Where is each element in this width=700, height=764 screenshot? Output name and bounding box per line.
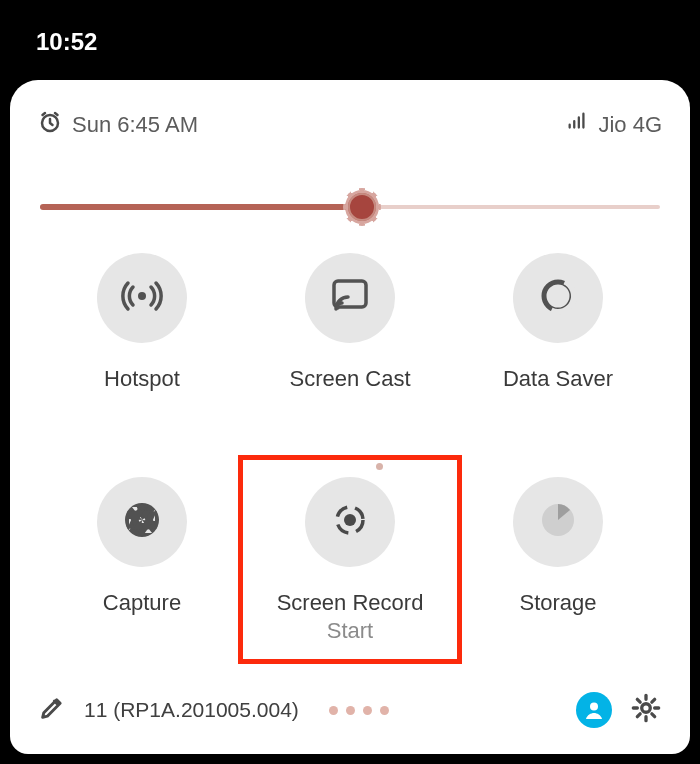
record-icon <box>328 498 372 546</box>
cast-icon <box>328 274 372 322</box>
pager-dot <box>329 706 338 715</box>
tile-hotspot[interactable]: Hotspot <box>38 253 246 393</box>
tile-circle[interactable] <box>305 253 395 343</box>
tiles-grid: HotspotScreen CastData SaverCaptureScree… <box>38 253 662 644</box>
user-avatar-button[interactable] <box>576 692 612 728</box>
camera-shutter-icon <box>120 498 164 546</box>
tile-screen-record[interactable]: Screen RecordStart <box>246 477 454 645</box>
tile-indicator-dot <box>376 463 383 470</box>
carrier-text: Jio 4G <box>598 112 662 138</box>
brightness-slider[interactable] <box>40 186 660 197</box>
tile-label: Data Saver <box>503 365 613 393</box>
pager-dot <box>346 706 355 715</box>
tile-circle[interactable] <box>513 477 603 567</box>
svg-point-1 <box>590 703 598 711</box>
device-clock: 10:52 <box>36 28 97 56</box>
brightness-icon <box>345 190 379 224</box>
tile-data-saver[interactable]: Data Saver <box>454 253 662 393</box>
alarm-icon <box>38 110 62 140</box>
storage-pie-icon <box>536 498 580 546</box>
footer-bar: 11 (RP1A.201005.004) <box>38 692 662 728</box>
tile-label: Hotspot <box>104 365 180 393</box>
slider-knob[interactable] <box>345 190 379 224</box>
quick-settings-panel: Sun 6:45 AM Jio 4G HotspotScreen CastDat… <box>10 80 690 754</box>
tile-label: Screen Record <box>277 589 424 617</box>
carrier-status: Jio 4G <box>566 111 662 139</box>
tile-label: Capture <box>103 589 181 617</box>
alarm-time-text: Sun 6:45 AM <box>72 112 198 138</box>
data-saver-icon <box>536 274 580 322</box>
settings-button[interactable] <box>630 692 662 728</box>
tile-circle[interactable] <box>97 477 187 567</box>
tile-label: Screen Cast <box>289 365 410 393</box>
pager-dots[interactable] <box>329 706 389 715</box>
svg-point-2 <box>642 704 651 713</box>
tile-sublabel: Start <box>327 618 373 644</box>
tile-capture[interactable]: Capture <box>38 477 246 645</box>
tile-circle[interactable] <box>513 253 603 343</box>
edit-button[interactable] <box>38 694 66 726</box>
pager-dot <box>380 706 389 715</box>
pager-dot <box>363 706 372 715</box>
alarm-status[interactable]: Sun 6:45 AM <box>38 110 198 140</box>
hotspot-icon <box>120 274 164 322</box>
build-text[interactable]: 11 (RP1A.201005.004) <box>84 698 299 722</box>
tile-circle[interactable] <box>305 477 395 567</box>
tile-storage[interactable]: Storage <box>454 477 662 645</box>
slider-fill <box>40 204 362 210</box>
status-row: Sun 6:45 AM Jio 4G <box>38 110 662 140</box>
tile-screen-cast[interactable]: Screen Cast <box>246 253 454 393</box>
tile-circle[interactable] <box>97 253 187 343</box>
tile-label: Storage <box>519 589 596 617</box>
signal-icon <box>566 111 588 139</box>
